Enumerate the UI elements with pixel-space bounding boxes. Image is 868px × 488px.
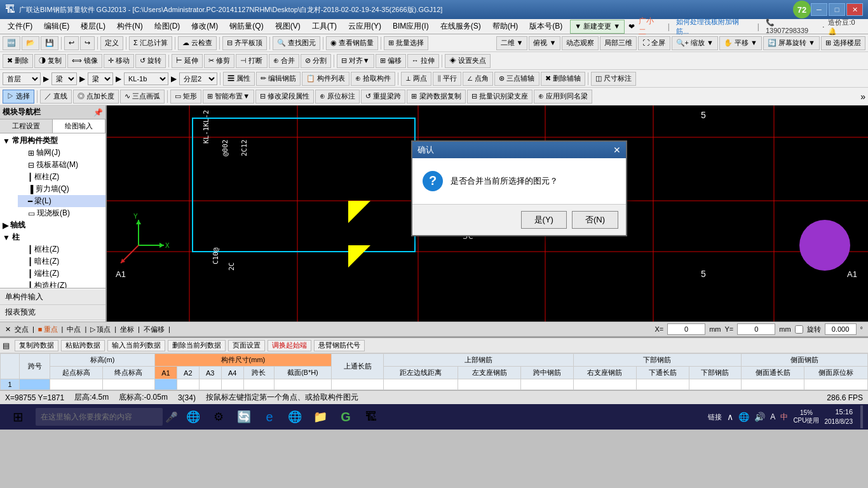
rect-btn[interactable]: ▭ 矩形	[170, 90, 201, 104]
dialog-close-icon[interactable]: ✕	[613, 145, 621, 155]
parallel-btn[interactable]: ∥ 平行	[433, 72, 461, 86]
cell-bot-cont[interactable]	[637, 379, 689, 390]
tab-drawing[interactable]: 绘图输入	[53, 119, 105, 133]
menu-floor[interactable]: 楼层(L)	[76, 20, 111, 33]
copy-btn[interactable]: ◑ 复制	[34, 54, 66, 68]
cell-bot-rebar[interactable]	[689, 379, 741, 390]
flatten-btn[interactable]: ⊟ 齐平板顶	[222, 36, 267, 50]
rotate-input[interactable]	[825, 323, 857, 335]
mirror-btn[interactable]: ⟺ 镜像	[67, 54, 102, 68]
new-change-button[interactable]: ▼ 新建变更 ▼	[570, 20, 625, 34]
stretch-btn[interactable]: ↔ 拉伸	[407, 54, 439, 68]
offset-btn[interactable]: ⊞ 偏移	[376, 54, 406, 68]
single-comp-btn[interactable]: 单构件输入	[0, 290, 105, 305]
new-btn[interactable]: 🆕	[3, 36, 20, 50]
snap-vertex[interactable]: ▷ 顶点	[90, 325, 111, 334]
tree-group-common[interactable]: ▼ 常用构件类型	[0, 135, 105, 147]
cell-side-cont[interactable]	[741, 379, 804, 390]
comp-list-btn[interactable]: 📋 构件列表	[302, 72, 349, 86]
tray-network[interactable]: 🌐	[738, 412, 749, 422]
tree-item-frame-col[interactable]: ┃ 框柱(Z)	[18, 171, 105, 183]
tree-item-hidden-col[interactable]: ┃ 暗柱(Z)	[18, 255, 105, 268]
menu-online[interactable]: 在线服务(S)	[435, 20, 486, 33]
2d-btn[interactable]: 二维 ▼	[496, 36, 528, 50]
show-desktop-btn[interactable]	[860, 405, 863, 428]
modify-seg-btn[interactable]: ⊟ 修改梁段属性	[255, 90, 314, 104]
three-axis-btn[interactable]: ⊛ 三点辅轴	[494, 72, 539, 86]
copy-span-data-btn[interactable]: 复制跨数据	[15, 340, 58, 351]
tree-group-axis[interactable]: ▶ 轴线	[0, 219, 105, 231]
open-btn[interactable]: 📂	[22, 36, 39, 50]
cell-left-dist[interactable]	[331, 379, 383, 390]
tree-item-end-col[interactable]: ┃ 端柱(Z)	[18, 268, 105, 280]
tray-ime-a[interactable]: A	[770, 412, 775, 421]
snap-intersection[interactable]: 交点	[15, 325, 29, 334]
redo-btn[interactable]: ↪	[80, 36, 95, 50]
swap-start-btn[interactable]: 调换起始端	[268, 340, 311, 351]
trim-btn[interactable]: ✂ 修剪	[204, 54, 234, 68]
cloud-check-btn[interactable]: ☁ 云检查	[178, 36, 217, 50]
break-btn[interactable]: ⊣ 打断	[236, 54, 267, 68]
link-label[interactable]: 链接	[708, 412, 722, 422]
zoom-in-btn[interactable]: 🔍+ 缩放 ▼	[672, 36, 718, 50]
report-btn[interactable]: 报表预览	[0, 305, 105, 320]
smart-layout-btn[interactable]: ⊞ 智能布置▼	[203, 90, 254, 104]
re-identify-btn[interactable]: ↺ 重提梁跨	[361, 90, 405, 104]
edit-rebar-btn[interactable]: ✏ 编辑钢筋	[256, 72, 301, 86]
dynamic-view-btn[interactable]: 动态观察	[562, 36, 599, 50]
taskbar-icon-gear[interactable]: ⚙	[208, 407, 229, 427]
menu-edit[interactable]: 编辑(E)	[39, 20, 74, 33]
save-btn[interactable]: 💾	[41, 36, 58, 50]
add-len-btn[interactable]: ◎ 点加长度	[73, 90, 119, 104]
sidebar-pin-icon[interactable]: 📌	[93, 108, 103, 117]
x-input[interactable]	[667, 323, 705, 335]
extend-btn[interactable]: ⊢ 延伸	[172, 54, 203, 68]
tray-sound[interactable]: 🔊	[754, 412, 765, 422]
menu-component[interactable]: 构件(N)	[112, 20, 148, 33]
merge-btn[interactable]: ⊕ 合并	[269, 54, 299, 68]
layer-select[interactable]: 分层2	[179, 72, 217, 85]
cell-section[interactable]	[274, 379, 331, 390]
taskbar-icon-folder[interactable]: 📁	[310, 407, 330, 427]
cell-a4[interactable]	[221, 379, 243, 390]
cell-side-orig[interactable]	[804, 379, 868, 390]
cell-mid[interactable]	[521, 379, 573, 390]
tray-ime-cn[interactable]: 中	[780, 412, 788, 423]
dialog-yes-button[interactable]: 是(Y)	[521, 211, 567, 229]
snap-no-offset[interactable]: 不偏移	[144, 325, 165, 334]
screen-rotate-btn[interactable]: 🔄 屏幕旋转 ▼	[763, 36, 820, 50]
split-btn[interactable]: ⊘ 分割	[301, 54, 331, 68]
cell-top-cont[interactable]	[384, 379, 458, 390]
menu-view[interactable]: 视图(V)	[270, 20, 306, 33]
taskbar-icon-chrome[interactable]: 🌐	[285, 407, 305, 427]
local-3d-btn[interactable]: 局部三维	[600, 36, 637, 50]
arc-btn[interactable]: ∿ 三点画弧	[120, 90, 165, 104]
batch-select-btn[interactable]: ⊞ 批量选择	[384, 36, 428, 50]
cell-a3[interactable]	[199, 379, 221, 390]
menu-version[interactable]: 版本号(B)	[524, 20, 567, 33]
fullscreen-btn[interactable]: ⛶ 全屏	[638, 36, 670, 50]
pan-btn[interactable]: ✋ 平移 ▼	[719, 36, 762, 50]
tree-item-shear-wall[interactable]: ▐ 剪力墙(Q)	[18, 183, 105, 195]
tree-item-frame-col2[interactable]: ┃ 框柱(Z)	[18, 243, 105, 255]
y-input[interactable]	[737, 323, 775, 335]
taskbar-icon-refresh[interactable]: 🔄	[234, 407, 254, 427]
delete-btn[interactable]: ✖ 删除	[3, 54, 33, 68]
apply-same-name-btn[interactable]: ⊕ 应用到同名梁	[534, 90, 592, 104]
start-button[interactable]: ⊞	[5, 405, 31, 428]
rotate-checkbox[interactable]	[795, 325, 803, 334]
line-btn[interactable]: ／ 直线	[40, 90, 72, 104]
comp-select[interactable]: 梁	[88, 72, 113, 85]
tree-item-axis[interactable]: ⊞ 轴网(J)	[18, 147, 105, 159]
page-setup-btn[interactable]: 页面设置	[228, 340, 265, 351]
select-floor-btn[interactable]: ⊞ 选择楼层	[821, 36, 865, 50]
cell-left-seat[interactable]	[458, 379, 520, 390]
maximize-button[interactable]: □	[829, 3, 845, 16]
snap-midpoint[interactable]: ■ 重点	[38, 325, 58, 334]
two-points-btn[interactable]: ⊥ 两点	[401, 72, 431, 86]
batch-id-btn[interactable]: ⊟ 批量识别梁支座	[467, 90, 532, 104]
rotate-btn[interactable]: ↺ 旋转	[135, 54, 166, 68]
cell-right-seat[interactable]	[573, 379, 636, 390]
taskbar-icon-globe[interactable]: 🌐	[183, 407, 203, 427]
table-area[interactable]: 跨号 标高(m) 构件尺寸(mm) 上通长筋 上部钢筋 下部钢筋 侧面钢筋 起点…	[0, 353, 868, 390]
